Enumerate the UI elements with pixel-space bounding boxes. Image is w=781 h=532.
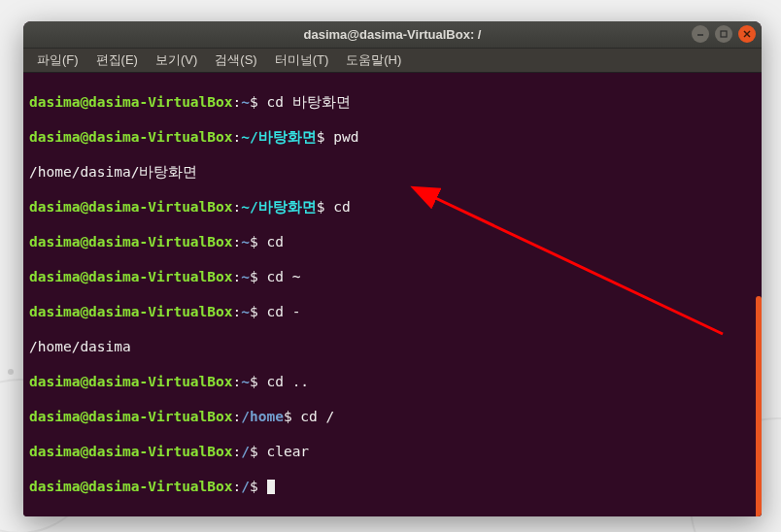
prompt-sep: : bbox=[233, 444, 242, 459]
terminal-line: dasima@dasima-VirtualBox:/$ bbox=[29, 478, 756, 495]
menu-help[interactable]: 도움말(H) bbox=[338, 50, 409, 71]
terminal-line: dasima@dasima-VirtualBox:~/바탕화면$ pwd bbox=[29, 128, 756, 146]
terminal-window: dasima@dasima-VirtualBox: / 파일(F) 편집(E) … bbox=[23, 21, 762, 516]
terminal-output[interactable]: dasima@dasima-VirtualBox:~$ cd 바탕화면 dasi… bbox=[23, 73, 762, 516]
prompt-path: ~ bbox=[241, 234, 250, 249]
terminal-line: dasima@dasima-VirtualBox:~/바탕화면$ cd bbox=[29, 198, 756, 216]
cursor-icon bbox=[267, 480, 275, 494]
prompt-userhost: dasima@dasima-VirtualBox bbox=[29, 234, 233, 249]
prompt-userhost: dasima@dasima-VirtualBox bbox=[29, 374, 233, 389]
prompt-sep: : bbox=[233, 304, 242, 319]
prompt-sep: : bbox=[233, 374, 242, 389]
prompt-userhost: dasima@dasima-VirtualBox bbox=[29, 269, 233, 284]
menu-search[interactable]: 검색(S) bbox=[207, 50, 264, 71]
terminal-line: dasima@dasima-VirtualBox:/home$ cd / bbox=[29, 408, 756, 425]
cmd-text: cd bbox=[258, 234, 284, 249]
prompt-dollar: $ bbox=[250, 444, 258, 459]
prompt-sep: : bbox=[233, 409, 242, 424]
maximize-button[interactable] bbox=[715, 25, 732, 43]
terminal-line: dasima@dasima-VirtualBox:~$ cd .. bbox=[29, 373, 756, 390]
prompt-path: ~ bbox=[241, 304, 250, 319]
prompt-dollar: $ bbox=[250, 304, 258, 319]
titlebar[interactable]: dasima@dasima-VirtualBox: / bbox=[23, 21, 762, 49]
cmd-text bbox=[258, 479, 267, 494]
prompt-path: / bbox=[241, 479, 250, 494]
window-title: dasima@dasima-VirtualBox: / bbox=[304, 27, 482, 42]
prompt-path: ~ bbox=[241, 374, 250, 389]
prompt-sep: : bbox=[233, 94, 242, 110]
prompt-path: ~/바탕화면 bbox=[241, 129, 316, 145]
minimize-button[interactable] bbox=[692, 25, 709, 43]
prompt-sep: : bbox=[233, 234, 242, 249]
prompt-path: /home bbox=[241, 409, 284, 424]
prompt-dollar: $ bbox=[250, 269, 258, 284]
prompt-dollar: $ bbox=[284, 409, 292, 424]
prompt-sep: : bbox=[233, 269, 242, 284]
prompt-userhost: dasima@dasima-VirtualBox bbox=[29, 129, 233, 145]
scrollbar-thumb[interactable] bbox=[756, 296, 762, 516]
prompt-path: ~ bbox=[241, 269, 250, 284]
menu-edit[interactable]: 편집(E) bbox=[88, 50, 146, 71]
menu-terminal[interactable]: 터미널(T) bbox=[267, 50, 337, 71]
prompt-dollar: $ bbox=[250, 94, 258, 110]
menu-file[interactable]: 파일(F) bbox=[29, 50, 86, 71]
cmd-text: pwd bbox=[324, 129, 358, 145]
cmd-text: cd / bbox=[292, 409, 335, 424]
cmd-text: clear bbox=[258, 444, 309, 459]
output-text: /home/dasima/바탕화면 bbox=[29, 164, 198, 180]
window-controls bbox=[692, 25, 756, 43]
prompt-userhost: dasima@dasima-VirtualBox bbox=[29, 409, 233, 424]
prompt-dollar: $ bbox=[250, 479, 258, 494]
menu-view[interactable]: 보기(V) bbox=[148, 50, 205, 71]
output-text: /home/dasima bbox=[29, 339, 131, 354]
prompt-sep: : bbox=[233, 479, 242, 494]
prompt-sep: : bbox=[233, 199, 242, 215]
prompt-path: / bbox=[241, 444, 250, 459]
prompt-userhost: dasima@dasima-VirtualBox bbox=[29, 94, 233, 110]
menubar: 파일(F) 편집(E) 보기(V) 검색(S) 터미널(T) 도움말(H) bbox=[23, 49, 762, 73]
terminal-line: dasima@dasima-VirtualBox:~$ cd - bbox=[29, 303, 756, 320]
terminal-line: dasima@dasima-VirtualBox:~$ cd bbox=[29, 233, 756, 250]
terminal-line: dasima@dasima-VirtualBox:~$ cd 바탕화면 bbox=[29, 93, 756, 111]
prompt-dollar: $ bbox=[250, 234, 258, 249]
cmd-text: cd ~ bbox=[258, 269, 301, 284]
terminal-line: dasima@dasima-VirtualBox:~$ cd ~ bbox=[29, 268, 756, 285]
prompt-userhost: dasima@dasima-VirtualBox bbox=[29, 304, 233, 319]
terminal-line: /home/dasima/바탕화면 bbox=[29, 163, 756, 181]
cmd-text: cd bbox=[324, 199, 350, 215]
prompt-userhost: dasima@dasima-VirtualBox bbox=[29, 199, 233, 215]
terminal-line: dasima@dasima-VirtualBox:/$ clear bbox=[29, 443, 756, 460]
prompt-path: ~ bbox=[241, 94, 250, 110]
svg-rect-1 bbox=[721, 31, 727, 37]
prompt-userhost: dasima@dasima-VirtualBox bbox=[29, 444, 233, 459]
prompt-dollar: $ bbox=[250, 374, 258, 389]
cmd-text: cd - bbox=[258, 304, 301, 319]
cmd-text: cd 바탕화면 bbox=[258, 94, 351, 110]
terminal-line: /home/dasima bbox=[29, 338, 756, 355]
prompt-path: ~/바탕화면 bbox=[241, 199, 316, 215]
prompt-userhost: dasima@dasima-VirtualBox bbox=[29, 479, 233, 494]
bg-decoration bbox=[8, 369, 14, 375]
close-button[interactable] bbox=[738, 25, 756, 43]
prompt-sep: : bbox=[233, 129, 242, 145]
cmd-text: cd .. bbox=[258, 374, 309, 389]
